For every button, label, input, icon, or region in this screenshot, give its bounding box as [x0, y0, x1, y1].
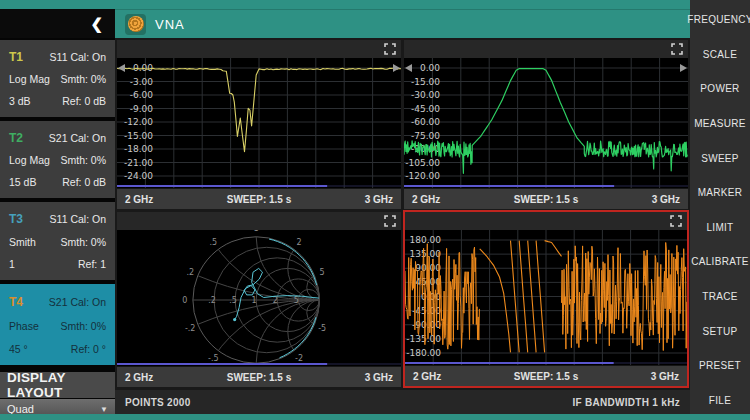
sweep-label: SWEEP: 1.5 s	[514, 371, 578, 382]
menu-item-sweep[interactable]: SWEEP	[701, 153, 739, 164]
menu-item-measure[interactable]: MEASURE	[694, 118, 746, 129]
vna-app: ❮ VNA FREQUENCY SCALE POWER MEASURE SWEE…	[0, 0, 750, 420]
svg-text:2: 2	[296, 238, 301, 247]
back-bar: ❮	[0, 9, 115, 38]
svg-text:5: 5	[294, 296, 299, 305]
sweep-label: SWEEP: 1.5 s	[227, 372, 291, 383]
right-menu: FREQUENCY SCALE POWER MEASURE SWEEP MARK…	[690, 0, 750, 414]
trace-panel-t3[interactable]: T3S11 Cal: On SmithSmth: 0% 1Ref: 1	[0, 202, 115, 280]
plot-s21-logmag[interactable]: 0.00-15.00-30.00-45.00-60.00-75.00-90.00…	[404, 40, 688, 209]
menu-item-preset[interactable]: PRESET	[699, 360, 741, 371]
trace-cal: S21 Cal: On	[49, 132, 106, 144]
trace-smoothing: Smth: 0%	[60, 73, 106, 85]
bottom-accent-bar	[0, 414, 750, 420]
plot-canvas[interactable]: 0.00-15.00-30.00-45.00-60.00-75.00-90.00…	[404, 58, 688, 188]
plot-s11-smith[interactable]: .2.5125-.2-.5-1-2-50.2.5125 2 GHz SWEEP:…	[117, 212, 401, 387]
trace-format: Smith	[9, 236, 36, 248]
menu-item-limit[interactable]: LIMIT	[706, 222, 733, 233]
trace-format: Log Mag	[9, 154, 50, 166]
svg-text:-45.00: -45.00	[411, 104, 440, 114]
trace-panel-t4[interactable]: T4S21 Cal: On PhaseSmth: 0% 45 °Ref: 0 °	[0, 284, 115, 365]
points-status: POINTS 2000	[125, 397, 191, 408]
trace-ref: Ref: 1	[78, 258, 106, 270]
svg-text:0.00: 0.00	[420, 63, 440, 73]
svg-text:-120.00: -120.00	[405, 171, 440, 181]
fullscreen-icon[interactable]	[671, 43, 683, 55]
trace-scale: 1	[9, 258, 15, 270]
fullscreen-icon[interactable]	[384, 215, 396, 227]
svg-text:.2: .2	[186, 268, 194, 277]
trace-smoothing: Smth: 0%	[60, 154, 106, 166]
svg-text:.5: .5	[229, 296, 237, 305]
plot-s21-phase-selected[interactable]: 180.00135.0090.0045.000.00-45.00-90.00-1…	[403, 210, 689, 388]
svg-text:-18.00: -18.00	[124, 144, 153, 154]
trace-smoothing: Smth: 0%	[60, 320, 106, 332]
status-bar: POINTS 2000 IF BANDWIDTH 1 kHz	[115, 390, 690, 414]
trace-ref: Ref: 0 dB	[62, 176, 106, 188]
trace-id: T4	[9, 295, 23, 309]
menu-item-calibrate[interactable]: CALIBRATE	[691, 256, 749, 267]
svg-text:-135.00: -135.00	[406, 334, 441, 344]
svg-text:-60.00: -60.00	[411, 117, 440, 127]
svg-text:-15.00: -15.00	[411, 77, 440, 87]
svg-text:2: 2	[273, 296, 278, 305]
svg-text:-15.00: -15.00	[124, 131, 153, 141]
chevron-down-icon: ▼	[100, 405, 108, 414]
trace-ref: Ref: 0 dB	[62, 95, 106, 107]
x-stop-label: 3 GHz	[652, 194, 680, 205]
trace-id: T3	[9, 212, 23, 226]
fullscreen-icon[interactable]	[384, 43, 396, 55]
plot-canvas[interactable]: 0.00-3.00-6.00-9.00-12.00-15.00-18.00-21…	[117, 58, 401, 188]
plot-grid: 0.00-3.00-6.00-9.00-12.00-15.00-18.00-21…	[115, 38, 690, 414]
svg-text:.2: .2	[208, 296, 216, 305]
svg-text:1: 1	[252, 296, 257, 305]
plot-canvas[interactable]: .2.5125-.2-.5-1-2-50.2.5125	[117, 230, 401, 366]
svg-text:-6.00: -6.00	[130, 90, 154, 100]
menu-item-setup[interactable]: SETUP	[703, 326, 738, 337]
plot-footer: 2 GHz SWEEP: 1.5 s 3 GHz	[405, 365, 687, 386]
x-start-label: 2 GHz	[125, 372, 153, 383]
svg-text:-180.00: -180.00	[406, 348, 441, 358]
svg-text:180.00: 180.00	[410, 235, 442, 245]
svg-text:-21.00: -21.00	[124, 158, 153, 168]
menu-item-frequency[interactable]: FREQUENCY	[687, 14, 750, 25]
sweep-label: SWEEP: 1.5 s	[227, 194, 291, 205]
x-stop-label: 3 GHz	[365, 372, 393, 383]
trace-ref: Ref: 0 °	[71, 343, 106, 355]
menu-item-file[interactable]: FILE	[709, 395, 731, 406]
menu-item-power[interactable]: POWER	[700, 83, 739, 94]
plot-header	[117, 212, 401, 230]
trace-panel-t1[interactable]: T1S11 Cal: On Log MagSmth: 0% 3 dBRef: 0…	[0, 40, 115, 117]
svg-text:.5: .5	[209, 238, 217, 247]
plot-footer: 2 GHz SWEEP: 1.5 s 3 GHz	[404, 188, 688, 209]
app-title: VNA	[155, 17, 185, 32]
back-icon[interactable]: ❮	[90, 16, 103, 31]
menu-item-scale[interactable]: SCALE	[703, 49, 737, 60]
trace-cal: S21 Cal: On	[49, 296, 106, 308]
trace-scale: 3 dB	[9, 95, 31, 107]
display-layout-label: DISPLAY LAYOUT	[0, 372, 115, 398]
plot-s11-logmag[interactable]: 0.00-3.00-6.00-9.00-12.00-15.00-18.00-21…	[117, 40, 401, 209]
if-bandwidth-status: IF BANDWIDTH 1 kHz	[572, 397, 680, 408]
trace-cal: S11 Cal: On	[50, 51, 106, 63]
svg-text:-9.00: -9.00	[130, 104, 154, 114]
menu-item-marker[interactable]: MARKER	[698, 187, 743, 198]
x-start-label: 2 GHz	[413, 371, 441, 382]
svg-text:-12.00: -12.00	[124, 117, 153, 127]
plot-footer: 2 GHz SWEEP: 1.5 s 3 GHz	[117, 188, 401, 209]
trace-format: Log Mag	[9, 73, 50, 85]
svg-text:5: 5	[320, 268, 325, 277]
plot-canvas[interactable]: 180.00135.0090.0045.000.00-45.00-90.00-1…	[405, 230, 687, 365]
trace-scale: 15 dB	[9, 176, 36, 188]
x-start-label: 2 GHz	[412, 194, 440, 205]
sweep-label: SWEEP: 1.5 s	[514, 194, 578, 205]
menu-item-trace[interactable]: TRACE	[702, 291, 737, 302]
svg-text:-5: -5	[318, 324, 326, 333]
svg-text:0: 0	[182, 296, 187, 305]
fullscreen-icon[interactable]	[670, 215, 682, 227]
svg-text:-24.00: -24.00	[124, 171, 153, 181]
trace-panel-t2[interactable]: T2S21 Cal: On Log MagSmth: 0% 15 dBRef: …	[0, 121, 115, 198]
svg-text:1: 1	[254, 230, 259, 233]
x-start-label: 2 GHz	[125, 194, 153, 205]
trace-id: T2	[9, 131, 23, 145]
